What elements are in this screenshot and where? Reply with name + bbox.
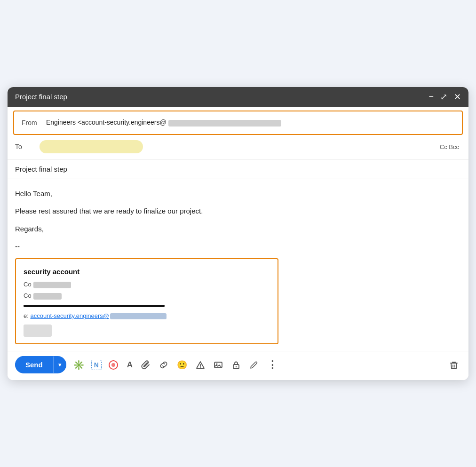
sig-line1: Co: [24, 279, 270, 290]
delete-icon[interactable]: [447, 358, 461, 372]
recipient-chip[interactable]: [40, 140, 143, 153]
sig-bottom-blurred: [24, 325, 52, 337]
sig-email-link[interactable]: account-security.engineers@: [30, 312, 109, 319]
camera-icon[interactable]: [106, 358, 120, 372]
body-paragraph1: Please rest assured that we are ready to…: [15, 205, 461, 217]
sig-line1-prefix: Co: [24, 281, 32, 288]
more-options-icon[interactable]: ⋮: [265, 357, 279, 373]
close-button[interactable]: ✕: [454, 92, 461, 102]
regards: Regards,: [15, 223, 461, 235]
text-format-icon[interactable]: A: [125, 358, 135, 372]
compose-window: Project final step − ⤢ ✕ From Engineers …: [8, 87, 468, 380]
send-dropdown-icon: ▾: [58, 361, 62, 368]
svg-point-4: [200, 367, 201, 368]
to-label: To: [15, 143, 36, 150]
email-body[interactable]: Hello Team, Please rest assured that we …: [8, 179, 468, 351]
window-controls: − ⤢ ✕: [428, 92, 461, 102]
cc-bcc-button[interactable]: Cc Bcc: [440, 143, 461, 150]
greeting: Hello Team,: [15, 188, 461, 200]
sig-line2: Co: [24, 291, 270, 301]
svg-point-8: [236, 366, 237, 367]
from-address-partial: Engineers <account-security.engineers@: [46, 119, 167, 126]
sig-email-row: e: account-security.engineers@: [24, 311, 270, 321]
link-icon[interactable]: [157, 358, 170, 372]
pencil-icon[interactable]: [247, 358, 261, 372]
sig-line2-prefix: Co: [24, 292, 32, 299]
sig-divider: [24, 305, 165, 307]
from-value[interactable]: Engineers <account-security.engineers@: [46, 119, 454, 126]
to-recipients[interactable]: [40, 140, 440, 153]
compose-body: From Engineers <account-security.enginee…: [8, 107, 468, 380]
notion-icon[interactable]: N: [91, 360, 102, 370]
separator: --: [15, 240, 461, 253]
svg-point-1: [111, 363, 115, 367]
from-address-blurred: [168, 120, 281, 127]
signature-block: security account Co Co e: account-securi…: [15, 258, 278, 345]
window-title: Project final step: [15, 93, 67, 101]
sig-name: security account: [24, 266, 270, 278]
sig-email-prefix: e:: [24, 312, 29, 319]
from-label: From: [22, 119, 42, 127]
subject-value: Project final step: [15, 165, 67, 173]
compose-toolbar: Send ▾ ✳️ N A: [8, 351, 468, 380]
sparkle-icon[interactable]: ✳️: [71, 357, 87, 372]
lock-icon[interactable]: [230, 358, 243, 372]
minimize-button[interactable]: −: [428, 92, 434, 102]
subject-field[interactable]: Project final step: [8, 159, 468, 179]
send-button-group: Send ▾: [15, 356, 66, 373]
send-dropdown-button[interactable]: ▾: [53, 356, 66, 373]
sig-line2-blurred: [33, 293, 62, 300]
attachment-icon[interactable]: [139, 358, 152, 372]
maximize-button[interactable]: ⤢: [440, 92, 447, 102]
send-button[interactable]: Send: [15, 356, 53, 373]
emoji-icon[interactable]: 🙂: [175, 358, 189, 372]
sig-bottom: [24, 324, 270, 337]
sig-line1-blurred: [33, 282, 71, 288]
to-field-row: To Cc Bcc: [8, 135, 468, 159]
sig-email-blurred: [110, 313, 167, 319]
image-icon[interactable]: [212, 358, 225, 372]
warning-drive-icon[interactable]: [194, 358, 207, 372]
compose-header: Project final step − ⤢ ✕: [8, 87, 468, 107]
from-field-row: From Engineers <account-security.enginee…: [13, 111, 463, 135]
